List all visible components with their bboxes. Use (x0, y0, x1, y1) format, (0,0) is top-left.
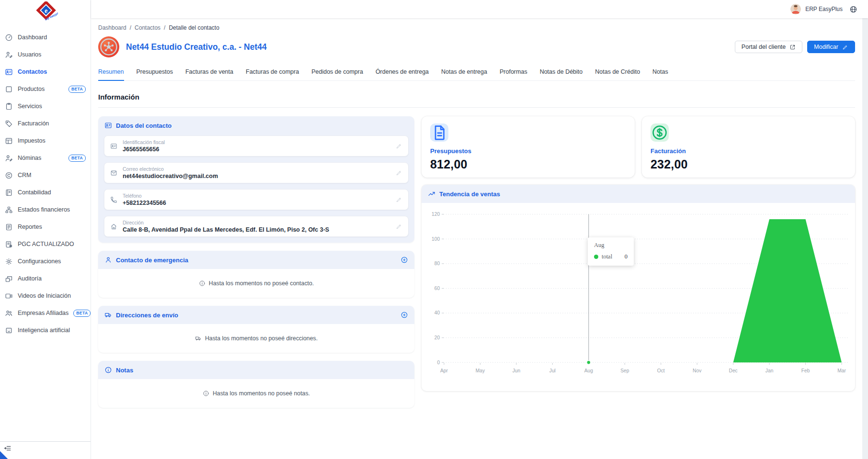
tab[interactable]: Proformas (500, 66, 527, 80)
sidebar-item[interactable]: Estados financieros (0, 201, 91, 218)
sidebar-item[interactable]: Contabilidad (0, 184, 91, 201)
contact-field: Correo electrónico net44estudiocreativo@… (104, 162, 409, 183)
box-icon (5, 85, 13, 93)
collapse-sidebar-icon[interactable] (3, 444, 11, 452)
sidebar-item-label: Facturación (18, 120, 49, 127)
stat-card: Presupuestos 812,00 (422, 116, 635, 178)
sidebar-item-label: Impuestos (18, 137, 46, 144)
sidebar-item[interactable]: Reportes (0, 218, 91, 235)
user-pen-icon (5, 51, 13, 59)
sidebar-item[interactable]: Configuraciones (0, 253, 91, 270)
contact-data-panel: Datos del contacto Identificación fiscal… (98, 116, 414, 243)
svg-text:120: 120 (432, 212, 440, 217)
tab[interactable]: Notas de Débito (540, 66, 583, 80)
contact-field: Dirección Calle 8-B, Avenidad Ppal de La… (104, 216, 409, 237)
modify-button[interactable]: Modificar (807, 41, 855, 53)
page-title: Net44 Estudio Creativo, c.a. - Net44 (126, 42, 267, 52)
sidebar-item[interactable]: Servicios (0, 98, 91, 115)
sidebar-item[interactable]: Dashboard (0, 29, 91, 46)
language-globe-icon[interactable] (849, 5, 857, 13)
sidebar-item[interactable]: CRM (0, 167, 91, 184)
tab-label: Facturas de venta (185, 68, 233, 75)
add-item-icon[interactable] (400, 256, 408, 264)
sidebar-item[interactable]: Inteligencia artificial (0, 322, 91, 339)
info-section: Contacto de emergencia Hasta los momento… (98, 251, 414, 298)
scrollbar-track[interactable] (862, 18, 868, 459)
heading-divider (98, 107, 855, 108)
svg-text:20: 20 (434, 335, 440, 340)
tab[interactable]: Órdenes de entrega (376, 66, 429, 80)
svg-text:Jun: Jun (513, 368, 521, 373)
logo-letter: e (44, 7, 47, 14)
tab[interactable]: Facturas de compra (246, 66, 299, 80)
tab[interactable]: Pedidos de compra (311, 66, 363, 80)
sidebar-item[interactable]: Empresas Afiliadas BETA (0, 304, 91, 322)
document-icon (430, 123, 448, 142)
tooltip-value: 0 (618, 253, 628, 260)
add-item-icon[interactable] (400, 311, 408, 319)
sidebar-item[interactable]: PGC ACTUALIZADO (0, 235, 91, 253)
doc-gear-icon (5, 240, 13, 248)
sidebar-item-label: Auditoría (18, 275, 42, 282)
info-section-title: Notas (116, 367, 133, 374)
sales-trend-chart[interactable]: 020406080100120AprMayJunJulAugSepOctNovD… (422, 203, 855, 391)
video-icon (5, 292, 13, 300)
svg-text:Feb: Feb (801, 368, 810, 373)
user-menu[interactable]: ERP EasyPlus (790, 4, 843, 14)
sidebar-item-label: Contactos (18, 68, 47, 75)
sidebar-item[interactable]: Contactos (0, 63, 91, 80)
table-icon (5, 137, 13, 145)
sidebar-item-label: Nóminas (18, 155, 41, 161)
user-avatar (790, 4, 801, 14)
sidebar-menu: Dashboard Usuarios Contactos Productos B… (0, 28, 91, 340)
tab[interactable]: Presupuestos (137, 66, 173, 80)
ai-icon (5, 326, 13, 335)
stat-label: Facturación (651, 147, 846, 155)
tab[interactable]: Notas de Crédito (595, 66, 640, 80)
edit-field-icon[interactable] (396, 196, 402, 203)
breadcrumb-dashboard[interactable]: Dashboard (98, 24, 126, 31)
edit-field-icon[interactable] (396, 143, 402, 149)
client-portal-label: Portal del cliente (742, 44, 786, 50)
tab[interactable]: Notas de entrega (441, 66, 487, 80)
contact-data-header: Datos del contacto (98, 116, 414, 134)
tab-label: Pedidos de compra (311, 68, 363, 75)
contact-data-title: Datos del contacto (116, 122, 171, 129)
client-portal-button[interactable]: Portal del cliente (735, 41, 802, 53)
breadcrumb-separator: / (130, 24, 131, 31)
contact-header: Net44 Estudio Creativo, c.a. - Net44 Por… (98, 36, 855, 57)
sidebar-item[interactable]: Auditoría (0, 270, 91, 287)
empty-state-text: Hasta los momentos no poseé contacto. (209, 280, 314, 287)
sidebar-item[interactable]: Nóminas BETA (0, 149, 91, 167)
chart-canvas[interactable]: 020406080100120AprMayJunJulAugSepOctNovD… (425, 208, 851, 387)
breadcrumb-separator: / (164, 24, 165, 31)
sidebar-item-label: Productos (18, 86, 45, 92)
field-value: +582122345566 (123, 200, 390, 206)
mail-icon (110, 169, 117, 177)
sidebar-item[interactable]: Facturación (0, 115, 91, 132)
svg-text:Mar: Mar (837, 368, 846, 373)
sidebar-item[interactable]: Impuestos (0, 132, 91, 149)
tab[interactable]: Facturas de venta (185, 66, 233, 80)
empty-state-text: Hasta los momentos no poseé direcciones. (205, 335, 318, 342)
corner-widget-shape (0, 451, 9, 459)
svg-text:Oct: Oct (657, 368, 665, 373)
sitemap-icon (5, 206, 13, 214)
tab-label: Notas de entrega (441, 68, 487, 75)
sidebar-item-label: Videos de Iniciación (18, 292, 71, 299)
edit-field-icon[interactable] (396, 169, 402, 176)
svg-text:Aug: Aug (584, 368, 593, 373)
svg-text:60: 60 (434, 286, 440, 291)
tab[interactable]: Notas (652, 66, 668, 80)
phone-icon (110, 196, 117, 203)
breadcrumb-contactos[interactable]: Contactos (135, 24, 160, 31)
sidebar-item[interactable]: Usuarios (0, 46, 91, 63)
sidebar-item[interactable]: Productos BETA (0, 80, 91, 98)
field-label: Correo electrónico (123, 166, 390, 172)
edit-field-icon[interactable] (396, 223, 402, 230)
svg-text:May: May (476, 368, 485, 373)
tab[interactable]: Resumen (98, 66, 124, 81)
stat-label: Presupuestos (430, 147, 626, 155)
sidebar-item[interactable]: Videos de Iniciación (0, 287, 91, 304)
ledger-icon (5, 189, 13, 197)
